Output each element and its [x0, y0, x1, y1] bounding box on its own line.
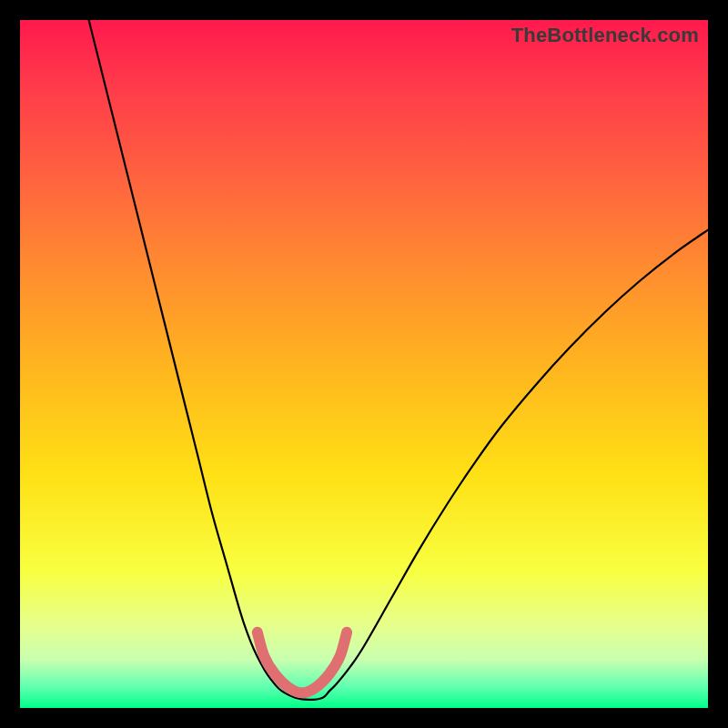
chart-frame: TheBottleneck.com [20, 20, 708, 708]
highlight-arc [258, 632, 347, 693]
chart-canvas [20, 20, 708, 708]
bottleneck-curve [89, 20, 708, 700]
